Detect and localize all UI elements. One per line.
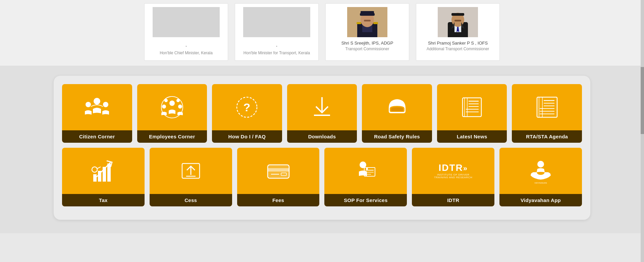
tile-latest-news[interactable]: Latest News [437,84,507,143]
scrollbar-thumb[interactable] [641,67,644,134]
sop-icon [352,157,379,184]
tax-label: Tax [62,194,145,206]
svg-rect-58 [268,168,289,172]
latest-news-label: Latest News [437,130,507,143]
road-safety-label: Road Safety Rules [362,130,432,143]
tile-cess[interactable]: Cess [150,148,232,206]
svg-rect-15 [454,20,461,21]
svg-point-24 [178,105,182,109]
official-title-tm: Hon'ble Minister for Transport, Kerala [244,51,310,55]
svg-point-25 [164,99,168,102]
vidyavahan-icon: VIDYAVAHAN [527,157,554,184]
news-icon [459,94,485,121]
svg-point-22 [169,101,175,106]
employees-corner-label: Employees Corner [137,130,207,143]
tile-rta-sta-agenda[interactable]: RTA/STA Agenda [512,84,582,143]
idtr-label: IDTR [412,194,494,206]
safety-icon-area [362,84,432,130]
fees-icon-area [237,148,320,194]
vidyavahan-label: Vidyavahan App [499,194,582,206]
rta-sta-label: RTA/STA Agenda [512,130,582,143]
citizen-icon [84,94,110,121]
svg-point-18 [94,98,100,105]
tax-icon [90,157,117,184]
downloads-label: Downloads [287,130,357,143]
faq-label: How Do I / FAQ [212,130,282,143]
official-card-add-commissioner: Shri Pramoj Sanker P S , IOFS Additional… [416,3,500,61]
official-title-add-commissioner: Additional Transport Commissioner [427,47,489,51]
grid-background: Citizen Corner [54,76,590,220]
fees-label: Fees [237,194,320,206]
officials-section: . Hon'ble Chief Minister, Kerala . Hon'b… [0,0,644,66]
main-grid-container: Citizen Corner [0,66,644,233]
sop-icon-area [324,148,407,194]
official-title-cm: Hon'ble Chief Minister, Kerala [160,51,213,55]
sop-label: SOP For Services [324,194,407,206]
news-icon-area [437,84,507,130]
svg-point-23 [162,105,166,109]
svg-rect-49 [107,163,111,182]
svg-point-20 [103,102,108,107]
svg-point-26 [176,99,180,102]
idtr-icon-area: IDTR» INSTITUTE OF DRIVERTRAINING AND RE… [412,148,494,194]
official-name-add-commissioner: Shri Pramoj Sanker P S , IOFS [428,41,488,46]
tile-employees-corner[interactable]: Employees Corner [137,84,207,143]
scrollbar[interactable] [641,0,644,262]
official-name-dot-tm: . [276,41,277,48]
safety-icon [384,94,411,121]
svg-rect-32 [465,98,467,117]
svg-rect-5 [361,11,374,14]
svg-rect-14 [451,13,464,16]
cess-icon [177,157,204,184]
official-name-dot-cm: . [185,41,187,48]
svg-point-51 [92,167,97,172]
tile-idtr[interactable]: IDTR» INSTITUTE OF DRIVERTRAINING AND RE… [412,148,494,206]
svg-rect-7 [357,22,361,24]
grid-row-2: Tax Cess [62,148,582,206]
citizen-corner-label: Citizen Corner [62,130,132,143]
tile-road-safety-rules[interactable]: Road Safety Rules [362,84,432,143]
svg-point-66 [366,168,368,170]
grid-row-1: Citizen Corner [62,84,582,143]
tile-downloads[interactable]: Downloads [287,84,357,143]
downloads-icon-area [287,84,357,130]
official-card-chief-minister: . Hon'ble Chief Minister, Kerala [144,3,228,61]
tile-tax[interactable]: Tax [62,148,145,206]
rta-icon-area [512,84,582,130]
official-photo-placeholder-tm [243,7,310,37]
tile-sop-for-services[interactable]: SOP For Services [324,148,407,206]
citizen-corner-icon-area [62,84,132,130]
idtr-logo-text: IDTR» INSTITUTE OF DRIVERTRAINING AND RE… [434,163,472,179]
official-photo-commissioner [347,7,387,37]
employees-icon [159,94,185,121]
employees-corner-icon-area [137,84,207,130]
tile-citizen-corner[interactable]: Citizen Corner [62,84,132,143]
svg-line-52 [97,167,101,169]
fees-icon [265,157,292,184]
cess-icon-area [150,148,232,194]
svg-text:VIDYAVAHAN: VIDYAVAHAN [534,182,547,184]
tile-fees[interactable]: Fees [237,148,320,206]
official-card-commissioner: Shri S Sreejith, IPS, ADGP Transport Com… [325,3,409,61]
svg-rect-46 [93,174,97,182]
faq-icon: ? [233,94,260,121]
rta-icon [534,94,560,121]
svg-point-67 [537,161,544,168]
official-name-commissioner: Shri S Sreejith, IPS, ADGP [341,41,393,46]
official-photo-placeholder-cm [153,7,220,37]
svg-point-19 [86,102,91,107]
tile-how-do-i-faq[interactable]: ? How Do I / FAQ [212,84,282,143]
official-title-commissioner: Transport Commissioner [345,47,389,51]
svg-rect-6 [364,20,371,21]
tile-vidyavahan-app[interactable]: VIDYAVAHAN Vidyavahan App [499,148,582,206]
cess-label: Cess [150,194,232,206]
svg-rect-8 [373,22,378,24]
tax-icon-area [62,148,145,194]
official-card-transport-minister: . Hon'ble Minister for Transport, Kerala [235,3,319,61]
svg-text:?: ? [244,101,251,114]
vidya-icon-area: VIDYAVAHAN [499,148,582,194]
downloads-icon [309,94,335,121]
faq-icon-area: ? [212,84,282,130]
svg-rect-31 [463,98,481,117]
official-photo-add-commissioner [438,7,478,37]
